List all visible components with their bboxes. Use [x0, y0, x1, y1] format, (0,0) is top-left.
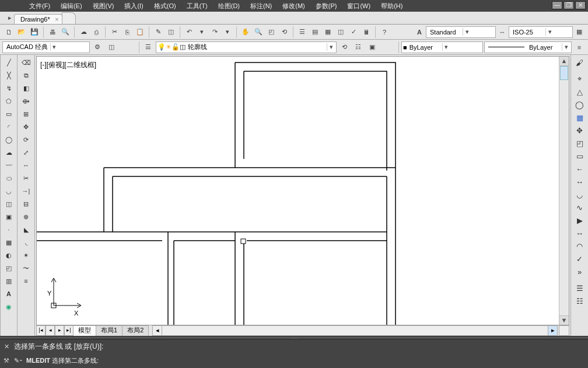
- menu-help[interactable]: 帮助(H): [381, 2, 402, 11]
- arc-icon[interactable]: ◜: [2, 120, 16, 133]
- table-icon[interactable]: ▥: [2, 275, 16, 287]
- menu-dim[interactable]: 标注(N): [250, 2, 272, 11]
- new-doc-icon[interactable]: ▸: [6, 11, 14, 24]
- menu-draw[interactable]: 绘图(D): [218, 2, 240, 11]
- textstyle-icon[interactable]: A: [413, 26, 426, 39]
- layer-dropdown[interactable]: 💡 ☀ 🔓 ◫ 轮廓线 ▾: [156, 41, 337, 53]
- ws-save-icon[interactable]: ◫: [105, 41, 118, 54]
- arrow-h-icon[interactable]: ↔: [573, 227, 587, 239]
- copy-icon[interactable]: ⎘: [121, 26, 134, 39]
- layer-prev-icon[interactable]: ⟲: [338, 41, 351, 54]
- insert-block-icon[interactable]: ◫: [2, 197, 16, 210]
- zoom-prev-icon[interactable]: ⟲: [278, 26, 290, 39]
- gradient-icon[interactable]: ◐: [2, 249, 16, 262]
- redo-drop-icon[interactable]: ▾: [221, 26, 234, 39]
- chevrons-icon[interactable]: »: [573, 265, 587, 278]
- markup-icon[interactable]: ✓: [347, 26, 360, 39]
- help-icon[interactable]: ?: [378, 26, 391, 39]
- lineweight-icon[interactable]: ≡: [573, 41, 586, 54]
- calc-icon[interactable]: 🖩: [360, 26, 373, 39]
- pedit-icon[interactable]: 〜: [19, 262, 33, 275]
- plot-icon[interactable]: ⎙: [90, 26, 103, 39]
- spline-icon[interactable]: 〰: [2, 159, 16, 172]
- vertical-scrollbar[interactable]: ▲ ▼: [559, 56, 569, 325]
- tool-palette-icon[interactable]: ▦: [321, 26, 334, 39]
- open-icon[interactable]: 📂: [15, 26, 28, 39]
- align-icon[interactable]: ≡: [19, 275, 33, 287]
- flag-icon[interactable]: ▶: [573, 214, 587, 227]
- pline-icon[interactable]: ↯: [2, 82, 16, 95]
- dc-icon[interactable]: ◫: [334, 26, 347, 39]
- chamfer-icon[interactable]: ◣: [19, 223, 33, 236]
- dim-style-dropdown[interactable]: ISO-25 ▾: [509, 26, 573, 38]
- window-close-button[interactable]: ✕: [575, 1, 586, 9]
- menu-file[interactable]: 文件(F): [29, 2, 50, 11]
- polygon-icon[interactable]: ⬠: [2, 95, 16, 107]
- region-icon[interactable]: ◰: [2, 262, 16, 275]
- tab-layout1[interactable]: 布局1: [96, 325, 123, 336]
- close-icon[interactable]: ×: [55, 16, 58, 23]
- new-icon[interactable]: 🗋: [2, 26, 15, 39]
- block-icon[interactable]: ◫: [164, 26, 177, 39]
- curve2-icon[interactable]: ∿: [573, 201, 587, 214]
- brush-icon[interactable]: 🖌: [573, 56, 587, 69]
- stretch-icon[interactable]: ↔: [19, 159, 33, 172]
- point-icon[interactable]: ∙: [2, 223, 16, 236]
- trim-icon[interactable]: ✂: [19, 172, 33, 185]
- break-icon[interactable]: ⊟: [19, 197, 33, 210]
- check-icon[interactable]: ✓: [573, 252, 587, 265]
- sheet-icon[interactable]: ▤: [309, 26, 321, 39]
- publish-icon[interactable]: ☁: [77, 26, 90, 39]
- revcloud-icon[interactable]: ☁: [2, 146, 16, 159]
- close-icon[interactable]: ✕: [2, 343, 10, 350]
- new-tab-button[interactable]: [62, 12, 76, 24]
- dimstyle-icon[interactable]: ↔: [496, 26, 509, 39]
- menu-format[interactable]: 格式(O): [154, 2, 176, 11]
- drawing-canvas[interactable]: [-][俯视][二维线框]: [36, 56, 569, 325]
- palette1-icon[interactable]: ☰: [573, 282, 587, 294]
- rectangle-icon[interactable]: ▭: [2, 107, 16, 120]
- save-icon[interactable]: 💾: [28, 26, 41, 39]
- document-tab-active[interactable]: Drawing6* ×: [14, 14, 62, 24]
- matchprop-icon[interactable]: ✎: [152, 26, 164, 39]
- window-minimize-button[interactable]: —: [552, 1, 562, 9]
- tab-next-icon[interactable]: ▸: [55, 325, 64, 336]
- zoom-realtime-icon[interactable]: 🔍: [252, 26, 265, 39]
- scroll-right-icon[interactable]: ▸: [548, 326, 557, 335]
- menu-view[interactable]: 视图(V): [93, 2, 114, 11]
- undo-drop-icon[interactable]: ▾: [195, 26, 208, 39]
- scale-icon[interactable]: ⤢: [19, 146, 33, 159]
- copy-obj-icon[interactable]: ⧉: [19, 69, 33, 82]
- print-icon[interactable]: 🖶: [46, 26, 59, 39]
- menu-insert[interactable]: 插入(I): [124, 2, 143, 11]
- preview-icon[interactable]: 🔍: [59, 26, 72, 39]
- hatch-icon[interactable]: ▦: [2, 236, 16, 249]
- curve3-icon[interactable]: ◠: [573, 239, 587, 252]
- menu-window[interactable]: 窗口(W): [347, 2, 370, 11]
- tab-layout2[interactable]: 布局2: [122, 325, 149, 336]
- extend-icon[interactable]: →|: [19, 185, 33, 197]
- pan-icon[interactable]: ✋: [239, 26, 252, 39]
- ellipse-arc-icon[interactable]: ◡: [2, 185, 16, 197]
- text-style-dropdown[interactable]: Standard ▾: [426, 26, 496, 38]
- explode-icon[interactable]: ✶: [19, 249, 33, 262]
- constrain-icon[interactable]: △: [573, 85, 587, 98]
- tab-first-icon[interactable]: |◂: [36, 325, 46, 336]
- undo-icon[interactable]: ↶: [183, 26, 195, 39]
- fillet-icon[interactable]: ◟: [19, 236, 33, 249]
- layer-state-icon[interactable]: ☷: [352, 41, 365, 54]
- rotate-icon[interactable]: ⟳: [19, 133, 33, 146]
- layeriso-icon[interactable]: ▭: [573, 150, 587, 162]
- linetype-dropdown[interactable]: ByLayer ▾: [484, 41, 572, 53]
- horizontal-scrollbar[interactable]: ◂ ▸: [152, 325, 558, 336]
- paste-icon[interactable]: 📋: [134, 26, 146, 39]
- ellipse-icon[interactable]: ⬭: [2, 172, 16, 185]
- line-icon[interactable]: ╱: [2, 56, 16, 69]
- menu-param[interactable]: 参数(P): [316, 2, 337, 11]
- circle-icon[interactable]: ◯: [2, 133, 16, 146]
- properties-icon[interactable]: ☰: [296, 26, 309, 39]
- scroll-thumb[interactable]: [560, 66, 568, 80]
- geo-icon[interactable]: ◯: [573, 98, 587, 111]
- workspace-dropdown[interactable]: AutoCAD 经典 ▾: [2, 41, 90, 53]
- color-dropdown[interactable]: ■ ByLayer ▾: [401, 41, 483, 53]
